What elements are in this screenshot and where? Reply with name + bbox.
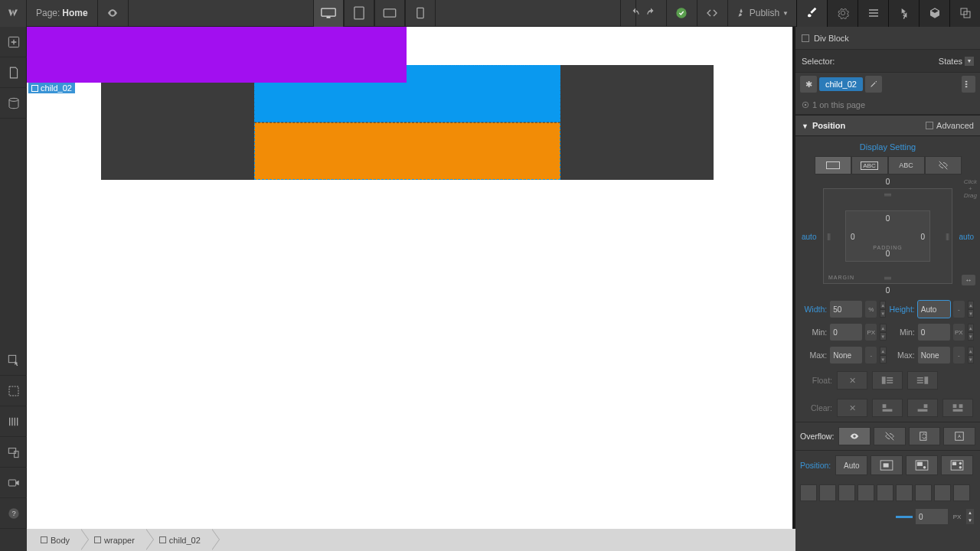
interactions-panel-tab[interactable] (888, 0, 919, 27)
guides-tool[interactable] (0, 406, 27, 437)
max-width-unit[interactable]: - (865, 347, 877, 364)
settings-panel-tab[interactable] (827, 0, 858, 27)
clear-both[interactable] (942, 399, 973, 417)
min-height-unit[interactable]: PX (953, 324, 965, 341)
display-none[interactable] (925, 156, 962, 174)
float-left[interactable] (872, 371, 903, 390)
max-height-unit[interactable]: - (953, 347, 965, 364)
selector-all-button[interactable]: ✱ (800, 76, 817, 93)
position-section-header[interactable]: ▼Position Advanced (795, 115, 980, 136)
add-element-button[interactable] (0, 27, 27, 57)
clear-none[interactable]: ✕ (837, 399, 867, 417)
device-tablet-landscape[interactable] (374, 0, 405, 27)
device-tablet[interactable] (344, 0, 374, 27)
max-width-stepper[interactable]: ▲▼ (880, 347, 886, 364)
export-panel-tab[interactable] (949, 0, 980, 27)
z-index-input[interactable] (916, 509, 948, 524)
padding-left-value[interactable]: 0 (851, 232, 855, 240)
clear-left[interactable] (872, 399, 903, 417)
anchor-t[interactable] (934, 484, 951, 501)
min-width-stepper[interactable]: ▲▼ (880, 324, 886, 341)
canvas-child-03[interactable] (254, 122, 560, 180)
logo-button[interactable] (0, 0, 27, 27)
z-stepper[interactable]: ▲▼ (966, 509, 974, 524)
selector-menu-button[interactable] (962, 76, 975, 93)
responsive-tool[interactable] (0, 437, 27, 468)
position-absolute[interactable] (906, 455, 938, 475)
breadcrumb-body[interactable]: Body (27, 529, 80, 551)
clear-right[interactable] (907, 399, 938, 417)
anchor-r[interactable] (915, 484, 932, 501)
margin-right-value[interactable]: auto (959, 232, 974, 240)
padding-box[interactable]: 0 0 0 0 PADDING (845, 210, 930, 262)
display-setting-link[interactable]: Display Setting (795, 136, 980, 156)
select-tool[interactable] (0, 345, 27, 376)
pages-button[interactable] (0, 57, 27, 88)
assets-panel-tab[interactable] (919, 0, 949, 27)
breadcrumb-wrapper[interactable]: wrapper (80, 529, 145, 551)
overflow-visible[interactable] (838, 427, 871, 445)
video-tool[interactable] (0, 468, 27, 498)
min-height-input[interactable] (918, 324, 950, 341)
max-height-stepper[interactable]: ▲▼ (968, 347, 974, 364)
padding-bottom-value[interactable]: 0 (886, 249, 890, 258)
max-width-input[interactable] (830, 347, 862, 364)
status-button[interactable] (666, 0, 697, 27)
anchor-bl[interactable] (838, 484, 855, 501)
min-height-stepper[interactable]: ▲▼ (968, 324, 974, 341)
anchor-br[interactable] (858, 484, 874, 501)
height-unit[interactable]: - (953, 301, 965, 318)
margin-top-value[interactable]: 0 (886, 178, 890, 186)
selector-class-tag[interactable]: child_02 (819, 77, 863, 91)
min-width-input[interactable] (830, 324, 862, 341)
position-auto[interactable]: Auto (835, 455, 867, 475)
canvas-purple-element[interactable] (27, 27, 407, 83)
width-input[interactable] (830, 301, 862, 318)
code-button[interactable] (697, 0, 727, 27)
page-selector[interactable]: Page: Home (27, 0, 98, 27)
overflow-auto[interactable]: A (943, 427, 975, 445)
anchor-l[interactable] (877, 484, 893, 501)
navigator-panel-tab[interactable] (858, 0, 888, 27)
margin-left-value[interactable]: auto (802, 232, 816, 240)
anchor-c[interactable] (896, 484, 913, 501)
max-height-input[interactable] (918, 347, 950, 364)
help-button[interactable]: ? (0, 498, 27, 529)
height-stepper[interactable]: ▲▼ (968, 301, 974, 318)
float-right[interactable] (907, 371, 938, 390)
selection-label[interactable]: child_02 (28, 83, 75, 93)
cms-button[interactable] (0, 88, 27, 119)
float-none[interactable]: ✕ (837, 371, 867, 390)
device-phone[interactable] (405, 0, 436, 27)
breadcrumb-child[interactable]: child_02 (145, 529, 211, 551)
display-inline[interactable]: ABC (888, 156, 925, 174)
display-block[interactable] (815, 156, 851, 174)
height-input[interactable] (918, 301, 950, 318)
margin-box[interactable]: ||| ||| ||| ||| MARGIN 0 0 0 0 PADDING (823, 188, 952, 284)
selector-edit-button[interactable] (865, 76, 882, 93)
overflow-scroll[interactable] (909, 427, 941, 445)
width-unit[interactable]: % (865, 301, 877, 318)
position-relative[interactable] (871, 455, 903, 475)
anchor-tl[interactable] (800, 484, 817, 501)
padding-right-value[interactable]: 0 (920, 232, 925, 240)
device-desktop[interactable] (313, 0, 344, 27)
padding-top-value[interactable]: 0 (886, 214, 890, 223)
margin-bottom-value[interactable]: 0 (886, 286, 890, 295)
overflow-hidden[interactable] (874, 427, 906, 445)
publish-button[interactable]: Publish ▼ (727, 0, 796, 27)
preview-button[interactable] (98, 0, 129, 27)
display-inline-block[interactable]: ABC (851, 156, 888, 174)
canvas[interactable]: child_02 (27, 27, 792, 529)
marquee-tool[interactable] (0, 376, 27, 406)
anchor-b[interactable] (953, 484, 970, 501)
style-panel-tab[interactable] (796, 0, 827, 27)
anchor-tr[interactable] (819, 484, 836, 501)
position-fixed[interactable] (941, 455, 973, 475)
width-stepper[interactable]: ▲▼ (880, 301, 886, 318)
box-model-expand[interactable]: ↔ (962, 275, 975, 285)
min-width-unit[interactable]: PX (865, 324, 877, 341)
redo-button[interactable] (635, 0, 666, 27)
states-dropdown[interactable]: ▼ (965, 57, 974, 66)
advanced-toggle[interactable]: Advanced (926, 121, 974, 130)
